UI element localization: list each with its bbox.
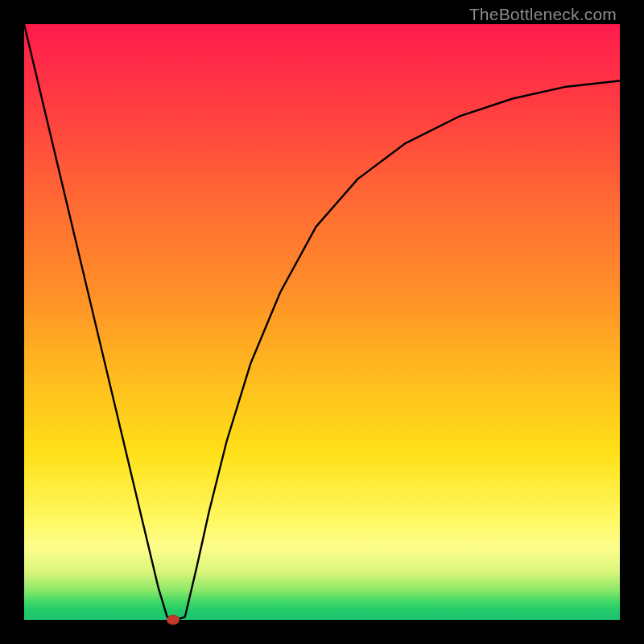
optimal-point-marker (167, 615, 180, 625)
watermark: TheBottleneck.com (469, 5, 617, 24)
chart-frame (24, 24, 620, 620)
bottleneck-curve (24, 24, 620, 620)
chart-curve-layer (24, 24, 620, 620)
